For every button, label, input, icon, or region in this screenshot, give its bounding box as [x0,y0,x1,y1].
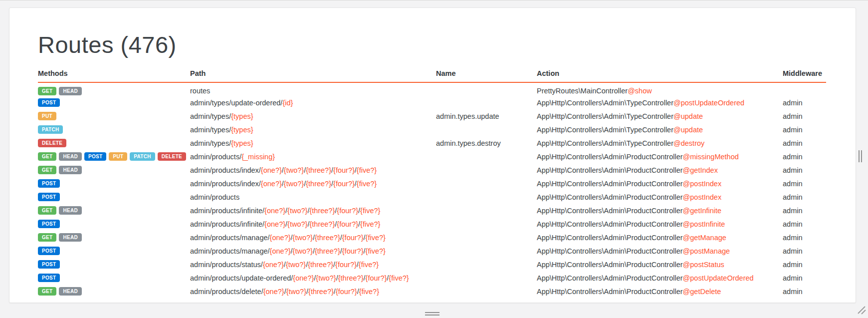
method-badge-head: HEAD [59,166,82,174]
table-row: DELETEadmin/types/{types}admin.types.des… [38,136,826,150]
route-action: App\Http\Controllers\Admin\ProductContro… [537,271,783,285]
route-middleware: admin [783,163,826,177]
route-action: App\Http\Controllers\Admin\ProductContro… [537,177,783,190]
table-row: GETHEADadmin/products/manage/{one?}/{two… [38,231,826,244]
route-action: App\Http\Controllers\Admin\TypeControlle… [537,136,783,150]
route-name [436,177,537,190]
route-methods: POST [38,244,190,258]
route-middleware: admin [783,136,826,150]
route-name: admin.types.update [436,109,537,123]
table-row: POSTadmin/products/manage/{one?}/{two?}/… [38,244,826,258]
route-action: App\Http\Controllers\Admin\ProductContro… [537,163,783,177]
route-path: routes [190,82,436,96]
route-methods: POST [38,258,190,271]
method-badge-head: HEAD [59,206,82,215]
route-action: App\Http\Controllers\Admin\TypeControlle… [537,123,783,136]
route-path: admin/products/index/{one?}/{two?}/{thre… [190,163,436,177]
column-header-path: Path [190,69,436,82]
route-action: App\Http\Controllers\Admin\ProductContro… [537,258,783,271]
route-path: admin/types/{types} [190,136,436,150]
route-methods: PUT [38,109,190,123]
route-middleware: admin [783,244,826,258]
route-middleware: admin [783,109,826,123]
method-badge-delete: DELETE [158,152,186,161]
method-badge-get: GET [38,206,56,215]
route-middleware: admin [783,285,826,298]
horizontal-resize-handle-icon[interactable] [425,312,439,316]
route-path: admin/products/status/{one?}/{two?}/{thr… [190,258,436,271]
route-action: App\Http\Controllers\Admin\ProductContro… [537,217,783,231]
method-badge-head: HEAD [59,287,82,296]
route-action: App\Http\Controllers\Admin\ProductContro… [537,231,783,244]
column-header-middleware: Middleware [783,69,826,82]
method-badge-patch: PATCH [130,152,155,161]
route-path: admin/products [190,190,436,204]
method-badge-get: GET [38,287,56,296]
vertical-resize-handle-icon[interactable] [859,150,862,162]
route-path: admin/types/{types} [190,109,436,123]
route-methods: GETHEAD [38,231,190,244]
route-name [436,82,537,96]
route-name [436,271,537,285]
route-action: PrettyRoutes\MainController@show [537,82,783,96]
table-row: POSTadmin/productsApp\Http\Controllers\A… [38,190,826,204]
route-path: admin/products/delete/{one?}/{two?}/{thr… [190,285,436,298]
column-header-action: Action [537,69,783,82]
route-methods: PATCH [38,123,190,136]
route-middleware: admin [783,150,826,163]
route-action: App\Http\Controllers\Admin\ProductContro… [537,190,783,204]
route-name [436,231,537,244]
route-name [436,123,537,136]
route-action: App\Http\Controllers\Admin\ProductContro… [537,244,783,258]
table-row: GETHEADadmin/products/infinite/{one?}/{t… [38,204,826,217]
route-path: admin/types/{types} [190,123,436,136]
route-name [436,258,537,271]
route-middleware: admin [783,96,826,109]
route-methods: POST [38,271,190,285]
route-name [436,163,537,177]
table-row: POSTadmin/products/index/{one?}/{two?}/{… [38,177,826,190]
column-header-methods: Methods [38,69,190,82]
method-badge-head: HEAD [59,87,82,95]
routes-table: Methods Path Name Action Middleware GETH… [38,69,826,298]
method-badge-post: POST [38,274,60,282]
table-row: GETHEADadmin/products/index/{one?}/{two?… [38,163,826,177]
route-middleware: admin [783,217,826,231]
page: { "page": { "title": "Routes (476)" }, "… [0,0,868,318]
route-name: admin.types.destroy [436,136,537,150]
method-badge-put: PUT [109,152,127,161]
route-middleware: admin [783,271,826,285]
route-name [436,204,537,217]
route-middleware: admin [783,177,826,190]
table-row: PUTadmin/types/{types}admin.types.update… [38,109,826,123]
route-path: admin/products/{_missing} [190,150,436,163]
method-badge-delete: DELETE [38,139,66,147]
method-badge-post: POST [38,98,60,107]
route-action: App\Http\Controllers\Admin\ProductContro… [537,150,783,163]
route-name [436,217,537,231]
route-middleware: admin [783,190,826,204]
table-row: POSTadmin/products/update-ordered/{one?}… [38,271,826,285]
method-badge-post: POST [38,220,60,228]
routes-panel: Routes (476) Methods Path Name Action Mi… [9,7,856,303]
corner-resize-grip-icon[interactable] [856,305,866,317]
routes-table-body: GETHEADroutesPrettyRoutes\MainController… [38,82,826,298]
method-badge-post: POST [38,193,60,201]
route-action: App\Http\Controllers\Admin\ProductContro… [537,285,783,298]
route-path: admin/types/update-ordered/{id} [190,96,436,109]
method-badge-post: POST [38,247,60,255]
table-row: GETHEADadmin/products/delete/{one?}/{two… [38,285,826,298]
route-action: App\Http\Controllers\Admin\ProductContro… [537,204,783,217]
method-badge-post: POST [84,152,106,161]
method-badge-head: HEAD [59,233,82,242]
routes-table-header: Methods Path Name Action Middleware [38,69,826,82]
route-methods: DELETE [38,136,190,150]
route-path: admin/products/manage/{one?}/{two?}/{thr… [190,231,436,244]
table-row: POSTadmin/products/infinite/{one?}/{two?… [38,217,826,231]
method-badge-get: GET [38,166,56,174]
route-middleware: admin [783,123,826,136]
route-methods: POST [38,96,190,109]
method-badge-get: GET [38,152,56,161]
route-methods: POST [38,177,190,190]
method-badge-put: PUT [38,112,56,120]
